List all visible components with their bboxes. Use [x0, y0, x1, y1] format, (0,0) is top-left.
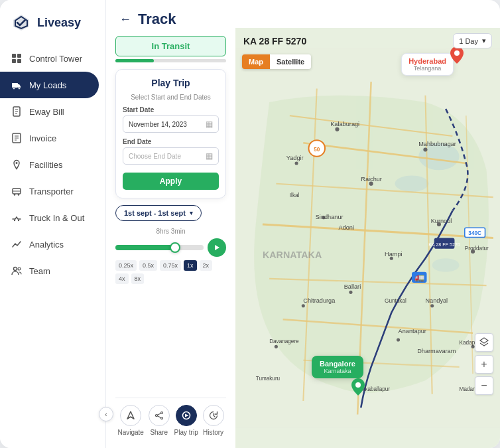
app-container: Liveasy Control Tower — [0, 0, 500, 448]
bangalore-pin — [351, 378, 365, 398]
main-body: In Transit Play Trip Select Start and En… — [106, 28, 500, 448]
svg-point-20 — [14, 194, 15, 195]
day-selector[interactable]: 1 Day ▾ — [453, 33, 492, 48]
sidebar-label-facilities: Facilities — [29, 160, 63, 170]
play-trip-icon — [176, 405, 197, 426]
status-bar-fill — [115, 59, 154, 62]
history-action[interactable]: History — [203, 405, 224, 436]
share-icon — [149, 405, 170, 426]
svg-rect-4 — [12, 59, 16, 63]
svg-point-51 — [423, 147, 427, 151]
sidebar-navigation: Control Tower My Loads — [0, 40, 105, 407]
invoice-icon — [11, 132, 23, 144]
map-background: Kalaburagi Yadgir Mahbubnagar Raichur Il… — [235, 28, 500, 448]
day-selector-label: 1 Day — [459, 37, 478, 45]
grid-icon — [11, 52, 23, 64]
svg-text:Dharmavaram: Dharmavaram — [417, 348, 456, 354]
svg-text:🚛: 🚛 — [414, 272, 425, 283]
svg-point-62 — [275, 345, 278, 348]
svg-text:Kurnool: Kurnool — [431, 218, 452, 224]
sidebar-collapse-button[interactable]: ‹ — [99, 407, 113, 421]
svg-point-21 — [18, 194, 19, 195]
svg-text:Kalaburagi: Kalaburagi — [330, 121, 359, 127]
svg-point-27 — [160, 412, 162, 414]
date-range-badge[interactable]: 1st sept - 1st sept ▾ — [115, 205, 202, 221]
sidebar-label-invoice: Invoice — [29, 133, 56, 143]
timeline-track[interactable] — [115, 245, 204, 250]
speed-4x[interactable]: 4x — [115, 273, 129, 284]
svg-text:Anantapur: Anantapur — [399, 328, 426, 335]
back-button[interactable]: ← — [119, 13, 131, 27]
chevron-down-icon: ▾ — [190, 210, 193, 216]
sidebar-item-invoice[interactable]: Invoice — [0, 125, 105, 151]
speed-0-25x[interactable]: 0.25x — [115, 260, 137, 271]
sidebar-item-my-loads[interactable]: My Loads — [0, 72, 99, 98]
speed-2x[interactable]: 2x — [200, 260, 213, 271]
play-trip-action[interactable]: Play trip — [174, 405, 198, 436]
share-action[interactable]: Share — [149, 405, 170, 436]
zoom-controls: + − — [475, 355, 493, 395]
zoom-in-button[interactable]: + — [475, 355, 493, 374]
track-panel: In Transit Play Trip Select Start and En… — [106, 28, 235, 448]
date-range-label: 1st sept - 1st sept — [124, 209, 186, 217]
speed-1x[interactable]: 1x — [184, 260, 197, 271]
svg-text:Yadgir: Yadgir — [286, 155, 304, 161]
svg-text:Sindhanur: Sindhanur — [316, 214, 344, 220]
svg-point-25 — [18, 267, 21, 270]
layers-button[interactable] — [475, 333, 493, 352]
map-svg: Kalaburagi Yadgir Mahbubnagar Raichur Il… — [235, 28, 500, 448]
sidebar-item-analytics[interactable]: Analytics — [0, 231, 105, 258]
svg-text:Adoni: Adoni — [339, 224, 355, 231]
play-button[interactable] — [208, 238, 226, 257]
history-label: History — [203, 429, 223, 436]
svg-line-30 — [157, 413, 160, 415]
play-trip-title: Play Trip — [123, 78, 219, 88]
navigate-action[interactable]: Navigate — [117, 405, 143, 436]
sidebar-label-analytics: Analytics — [29, 240, 64, 250]
timeline-speeds: 0.25x 0.5x 0.75x 1x 2x 4x 8x — [115, 260, 226, 284]
speed-0-75x[interactable]: 0.75x — [160, 260, 181, 271]
history-icon — [203, 405, 224, 426]
page-title: Track — [138, 11, 176, 28]
svg-point-7 — [13, 88, 15, 90]
sidebar-item-control-tower[interactable]: Control Tower — [0, 45, 105, 72]
svg-rect-3 — [17, 54, 21, 58]
page-header: ← Track — [106, 0, 500, 28]
sidebar-item-transporter[interactable]: Transporter — [0, 178, 105, 204]
bangalore-popup: Bangalore Karnataka — [312, 356, 363, 378]
map-type-satellite-button[interactable]: Satellite — [270, 54, 311, 69]
timeline-thumb[interactable] — [170, 242, 180, 253]
svg-point-57 — [430, 304, 434, 307]
main-content: ← Track In Transit Play Trip Select Star… — [106, 0, 500, 448]
svg-text:Nandyal: Nandyal — [425, 297, 448, 304]
svg-text:KA 28 FF 5270: KA 28 FF 5270 — [428, 242, 460, 248]
svg-point-24 — [14, 267, 17, 271]
svg-line-31 — [157, 416, 160, 417]
start-date-input[interactable]: November 14, 2023 ▦ — [123, 115, 219, 133]
sidebar-label-transporter: Transporter — [29, 187, 74, 196]
share-label: Share — [150, 429, 168, 436]
start-date-value: November 14, 2023 — [129, 121, 187, 128]
map-type-map-button[interactable]: Map — [242, 54, 270, 69]
sidebar-item-facilities[interactable]: Facilities — [0, 151, 105, 178]
navigate-icon — [120, 405, 141, 426]
navigate-label: Navigate — [117, 429, 143, 436]
sidebar-label-my-loads: My Loads — [29, 80, 66, 90]
end-date-input[interactable]: Choose End Date ▦ — [123, 147, 219, 165]
svg-text:Mahbubnagar: Mahbubnagar — [418, 141, 456, 147]
speed-8x[interactable]: 8x — [131, 273, 145, 284]
sidebar-item-truck-in-out[interactable]: Truck In & Out — [0, 204, 105, 231]
svg-rect-2 — [12, 54, 16, 58]
sidebar-item-eway-bill[interactable]: Eway Bill — [0, 98, 105, 125]
map-container: KA 28 FF 5270 1 Day ▾ — [235, 28, 500, 448]
sidebar-item-team[interactable]: Team — [0, 258, 105, 284]
truck-inout-icon — [11, 212, 23, 224]
calendar-icon: ▦ — [206, 119, 213, 129]
svg-point-28 — [160, 417, 162, 419]
start-date-label: Start Date — [123, 106, 219, 113]
speed-0-5x[interactable]: 0.5x — [139, 260, 157, 271]
zoom-out-button[interactable]: − — [475, 376, 493, 395]
svg-point-17 — [16, 162, 18, 164]
apply-button[interactable]: Apply — [123, 173, 219, 190]
play-trip-label: Play trip — [174, 429, 198, 436]
